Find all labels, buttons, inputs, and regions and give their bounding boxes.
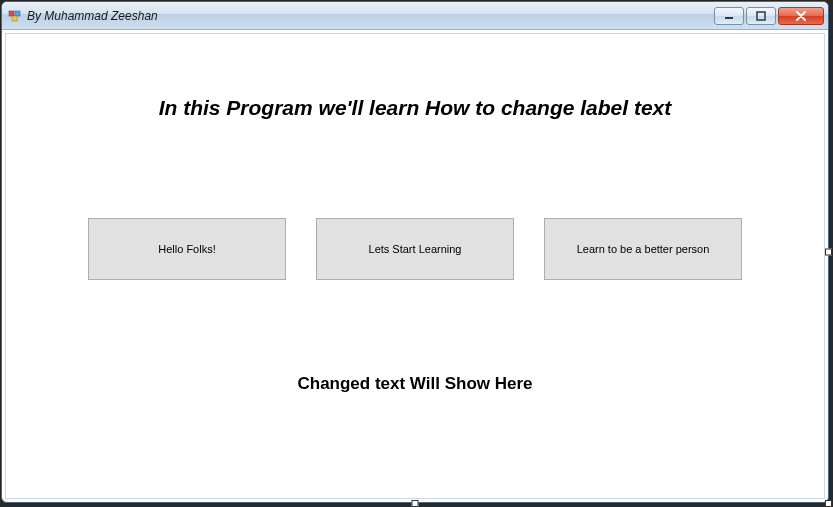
hello-folks-button[interactable]: Hello Folks! <box>88 218 286 280</box>
window-controls <box>714 7 824 25</box>
window-title: By Muhammad Zeeshan <box>27 9 158 23</box>
button-label: Lets Start Learning <box>369 243 462 255</box>
output-label: Changed text Will Show Here <box>6 374 824 394</box>
svg-rect-3 <box>725 17 733 19</box>
svg-rect-2 <box>12 16 17 21</box>
client-area: In this Program we'll learn How to chang… <box>5 33 825 499</box>
resize-handle-corner[interactable] <box>825 500 832 507</box>
close-button[interactable] <box>778 7 824 25</box>
svg-rect-1 <box>15 11 20 16</box>
learn-better-person-button[interactable]: Learn to be a better person <box>544 218 742 280</box>
maximize-button[interactable] <box>746 7 776 25</box>
lets-start-learning-button[interactable]: Lets Start Learning <box>316 218 514 280</box>
resize-handle-right[interactable] <box>825 249 832 256</box>
button-label: Learn to be a better person <box>577 243 710 255</box>
heading-label: In this Program we'll learn How to chang… <box>6 96 824 120</box>
app-icon <box>8 9 22 23</box>
titlebar[interactable]: By Muhammad Zeeshan <box>2 2 828 30</box>
button-row: Hello Folks! Lets Start Learning Learn t… <box>6 218 824 280</box>
svg-rect-0 <box>9 11 14 16</box>
svg-rect-4 <box>757 12 765 20</box>
minimize-button[interactable] <box>714 7 744 25</box>
resize-handle-bottom[interactable] <box>412 500 419 507</box>
app-window: By Muhammad Zeeshan In this Program we'l… <box>1 1 829 503</box>
button-label: Hello Folks! <box>158 243 215 255</box>
